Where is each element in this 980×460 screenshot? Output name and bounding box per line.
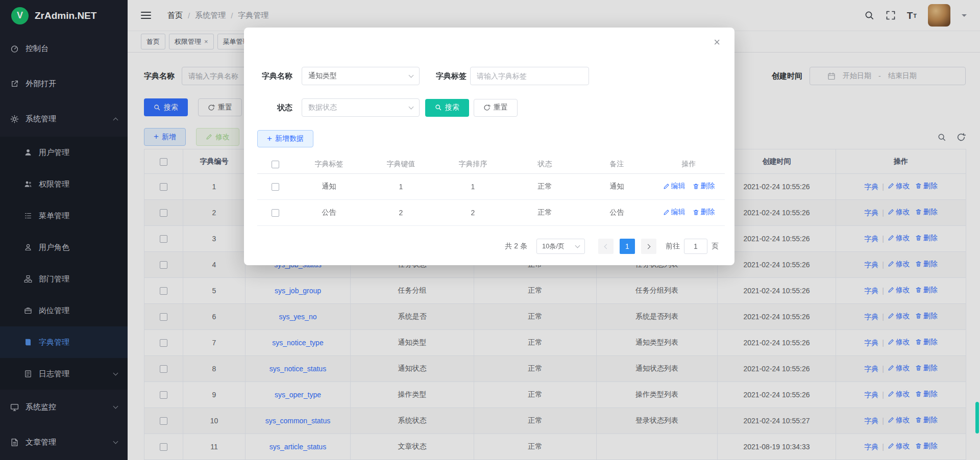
row-checkbox[interactable] bbox=[272, 183, 279, 191]
close-icon[interactable]: × bbox=[714, 37, 720, 48]
goto-unit: 页 bbox=[712, 242, 719, 251]
edit-icon bbox=[663, 183, 670, 190]
delete-link[interactable]: 删除 bbox=[693, 208, 715, 217]
status-label: 状态 bbox=[257, 103, 292, 113]
goto-label: 前往 bbox=[666, 242, 680, 251]
cell-dict-sort: 2 bbox=[437, 199, 509, 225]
chevron-down-icon bbox=[409, 72, 414, 78]
chevron-right-icon bbox=[646, 244, 651, 249]
col-dict-label: 字典标签 bbox=[293, 155, 365, 173]
scrollbar-thumb[interactable] bbox=[975, 402, 979, 433]
page-size-select[interactable]: 10条/页 bbox=[536, 239, 585, 254]
modal-filter-row-2: 状态 数据状态 搜索 重置 bbox=[257, 98, 518, 117]
add-data-button[interactable]: + 新增数据 bbox=[257, 130, 313, 147]
modal-reset-button[interactable]: 重置 bbox=[474, 99, 518, 117]
table-header-row: 字典标签 字典键值 字典排序 状态 备注 操作 bbox=[257, 155, 725, 173]
dict-data-row: 通知11正常通知编辑删除 bbox=[257, 173, 725, 199]
status-select[interactable]: 数据状态 bbox=[302, 98, 420, 117]
modal-filter-row-1: 字典名称 通知类型 字典标签 bbox=[257, 67, 589, 85]
col-dict-value: 字典键值 bbox=[365, 155, 437, 173]
dict-label-input[interactable] bbox=[470, 67, 589, 85]
edit-icon bbox=[663, 209, 670, 216]
plus-icon: + bbox=[267, 134, 272, 143]
col-actions: 操作 bbox=[653, 155, 725, 173]
status-placeholder: 数据状态 bbox=[308, 103, 337, 112]
cell-dict-label: 通知 bbox=[293, 173, 365, 199]
chevron-down-icon bbox=[409, 104, 414, 109]
edit-link[interactable]: 编辑 bbox=[663, 208, 685, 217]
trash-icon bbox=[693, 183, 699, 190]
dict-label-label: 字典标签 bbox=[432, 71, 467, 81]
row-checkbox[interactable] bbox=[272, 209, 279, 217]
modal-search-label: 搜索 bbox=[445, 103, 459, 112]
cell-dict-label: 公告 bbox=[293, 199, 365, 225]
pagination-total: 共 2 条 bbox=[505, 242, 527, 251]
modal-reset-label: 重置 bbox=[494, 103, 508, 112]
modal-table-body: 通知11正常通知编辑删除公告22正常公告编辑删除 bbox=[257, 173, 725, 225]
page-size-value: 10条/页 bbox=[542, 242, 565, 251]
chevron-down-icon bbox=[575, 243, 580, 248]
page-number-1[interactable]: 1 bbox=[620, 239, 635, 254]
dict-name-value: 通知类型 bbox=[308, 71, 337, 81]
dict-data-table: 字典标签 字典键值 字典排序 状态 备注 操作 通知11正常通知编辑删除公告22… bbox=[257, 155, 725, 226]
modal-toolbar: + 新增数据 bbox=[257, 130, 313, 147]
scrollbar bbox=[975, 0, 979, 460]
pagination: 共 2 条 10条/页 1 前往 页 bbox=[505, 239, 719, 254]
prev-page-button[interactable] bbox=[598, 239, 614, 254]
chevron-left-icon bbox=[604, 244, 609, 249]
col-remark: 备注 bbox=[581, 155, 653, 173]
cell-dict-value: 1 bbox=[365, 173, 437, 199]
modal-search-button[interactable]: 搜索 bbox=[425, 99, 469, 117]
dict-name-select[interactable]: 通知类型 bbox=[302, 67, 420, 85]
add-data-label: 新增数据 bbox=[275, 134, 304, 143]
trash-icon bbox=[693, 209, 699, 216]
cell-status: 正常 bbox=[509, 173, 581, 199]
select-all-checkbox[interactable] bbox=[272, 161, 279, 168]
dict-name-label: 字典名称 bbox=[257, 71, 292, 81]
dict-data-dialog: × 字典名称 通知类型 字典标签 状态 数据状态 搜索 重置 + 新增数据 bbox=[244, 28, 734, 265]
col-status: 状态 bbox=[509, 155, 581, 173]
dict-data-row: 公告22正常公告编辑删除 bbox=[257, 199, 725, 225]
next-page-button[interactable] bbox=[641, 239, 656, 254]
cell-dict-value: 2 bbox=[365, 199, 437, 225]
edit-link[interactable]: 编辑 bbox=[663, 182, 685, 191]
cell-dict-sort: 1 bbox=[437, 173, 509, 199]
cell-remark: 公告 bbox=[581, 199, 653, 225]
goto-page-input[interactable] bbox=[684, 239, 707, 254]
delete-link[interactable]: 删除 bbox=[693, 182, 715, 191]
cell-status: 正常 bbox=[509, 199, 581, 225]
cell-remark: 通知 bbox=[581, 173, 653, 199]
col-dict-sort: 字典排序 bbox=[437, 155, 509, 173]
